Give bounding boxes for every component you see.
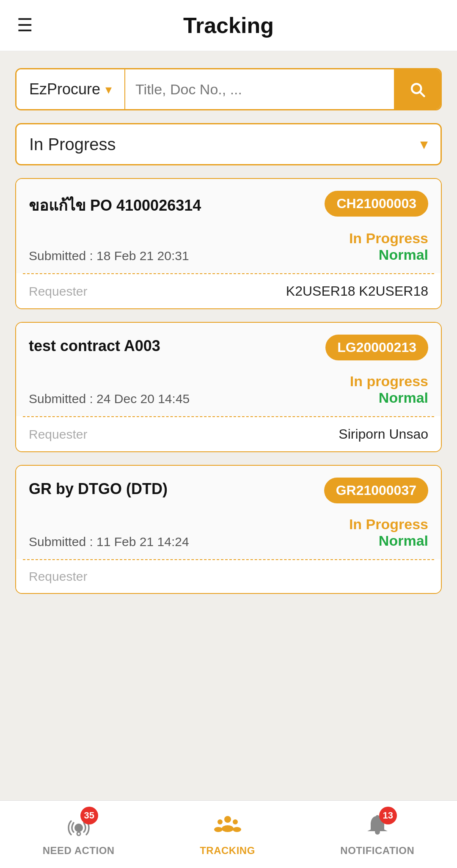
card-id-badge-2: GR21000037 [324,478,428,503]
nav-label-tracking: TRACKING [200,845,255,857]
status-filter[interactable]: In Progress ▾ [15,123,442,165]
svg-point-2 [224,816,231,823]
source-label: EzProcure [29,80,100,98]
svg-point-6 [233,819,238,824]
search-bar: EzProcure ▾ [15,68,442,110]
nav-label-need-action: NEED ACTION [43,845,115,857]
card-status-block-1: In progress Normal [350,373,428,406]
svg-point-7 [233,827,241,832]
filter-chevron-icon: ▾ [420,135,428,153]
page-title: Tracking [183,13,274,38]
card-meta-1: Submitted : 24 Dec 20 14:45 In progress … [16,369,441,416]
svg-point-8 [376,815,379,819]
menu-button[interactable]: ☰ [17,16,33,34]
card-bottom-1: Requester Siriporn Unsao [16,417,441,451]
card-meta-0: Submitted : 18 Feb 21 20:31 In Progress … [16,226,441,273]
svg-point-5 [214,827,223,832]
card-title-2: GR by DTGO (DTD) [29,478,317,498]
card-title-0: ขอแก้ไข PO 4100026314 [29,191,318,217]
cards-area: ขอแก้ไข PO 4100026314 CH21000003 Submitt… [0,174,457,653]
filter-area: In Progress ▾ [0,119,457,174]
card-title-1: test contract A003 [29,335,319,355]
header: ☰ Tracking [0,0,457,51]
requester-label-2: Requester [29,569,87,584]
card-status-0: In Progress [349,230,428,247]
search-icon [408,80,427,99]
bottom-nav: 35 NEED ACTION [0,800,457,868]
nav-label-notification: NOTIFICATION [340,845,414,857]
card-submitted-1: Submitted : 24 Dec 20 14:45 [29,392,190,406]
card-priority-0: Normal [349,247,428,263]
card-priority-1: Normal [350,390,428,406]
nav-item-notification[interactable]: 13 NOTIFICATION [328,808,427,861]
source-selector[interactable]: EzProcure ▾ [17,69,125,109]
card-status-block-2: In Progress Normal [349,516,428,549]
svg-point-1 [77,832,80,835]
card-submitted-2: Submitted : 11 Feb 21 14:24 [29,535,189,549]
tracking-card-0[interactable]: ขอแก้ไข PO 4100026314 CH21000003 Submitt… [15,178,442,309]
card-id-badge-1: LG20000213 [325,335,428,360]
svg-point-4 [217,819,223,824]
nav-item-tracking[interactable]: TRACKING [187,808,268,861]
notification-icon-wrap: 13 [364,813,391,841]
card-status-block-0: In Progress Normal [349,230,428,263]
tracking-icon-wrap [214,813,241,841]
search-button[interactable] [394,69,440,109]
card-meta-2: Submitted : 11 Feb 21 14:24 In Progress … [16,512,441,559]
requester-value-0: K2USER18 K2USER18 [286,283,428,299]
need-action-badge: 35 [80,807,98,824]
nav-item-need-action[interactable]: 35 NEED ACTION [30,808,127,861]
card-status-2: In Progress [349,516,428,533]
tracking-card-1[interactable]: test contract A003 LG20000213 Submitted … [15,322,442,452]
svg-point-3 [222,825,234,832]
notification-badge: 13 [379,807,397,824]
card-bottom-2: Requester [16,560,441,593]
requester-value-1: Siriporn Unsao [339,426,428,442]
source-chevron-icon: ▾ [105,82,112,97]
card-id-badge-0: CH21000003 [325,191,428,217]
card-status-1: In progress [350,373,428,390]
card-submitted-0: Submitted : 18 Feb 21 20:31 [29,249,189,263]
requester-label-0: Requester [29,284,87,299]
card-priority-2: Normal [349,533,428,549]
card-top-1: test contract A003 LG20000213 [16,323,441,369]
requester-label-1: Requester [29,427,87,442]
svg-point-0 [74,824,83,832]
search-input[interactable] [125,69,394,109]
tracking-card-2[interactable]: GR by DTGO (DTD) GR21000037 Submitted : … [15,465,442,594]
card-top-2: GR by DTGO (DTD) GR21000037 [16,466,441,512]
card-bottom-0: Requester K2USER18 K2USER18 [16,274,441,308]
card-top-0: ขอแก้ไข PO 4100026314 CH21000003 [16,179,441,226]
tracking-icon [214,813,241,840]
need-action-icon-wrap: 35 [65,813,92,841]
search-area: EzProcure ▾ [0,51,457,119]
status-filter-label: In Progress [29,135,116,154]
